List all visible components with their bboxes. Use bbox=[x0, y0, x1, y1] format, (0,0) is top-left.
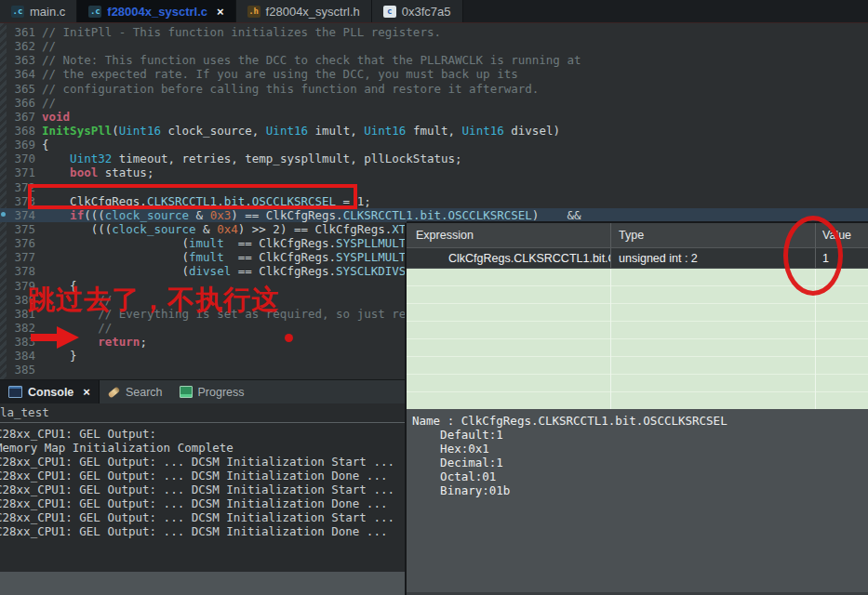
code-text: // the expected rate. If you are using t… bbox=[42, 67, 518, 81]
line-number[interactable]: 367 bbox=[7, 110, 42, 124]
line-number[interactable]: 382 bbox=[7, 321, 42, 335]
tab-label: Progress bbox=[198, 386, 245, 399]
line-number[interactable]: 383 bbox=[7, 335, 42, 349]
tab-f28004x-sysctrl-h[interactable]: .h f28004x_sysctrl.h bbox=[236, 0, 372, 22]
expression-detail-pane: Name : ClkCfgRegs.CLKSRCCTL1.bit.OSCCLKS… bbox=[407, 409, 868, 592]
line-number[interactable]: 375 bbox=[7, 222, 42, 236]
detail-line: Binary:01b bbox=[412, 483, 868, 497]
line-number[interactable]: 376 bbox=[7, 236, 42, 250]
tab-0x3fc7a5[interactable]: c 0x3fc7a5 bbox=[372, 0, 463, 22]
column-header-expression[interactable]: Expression bbox=[407, 223, 611, 247]
code-line-364: 364// the expected rate. If you are usin… bbox=[0, 67, 868, 81]
code-text: // Note: This function uses the DCC to c… bbox=[42, 53, 581, 67]
line-number[interactable]: 379 bbox=[7, 279, 42, 293]
close-icon[interactable]: × bbox=[83, 385, 90, 399]
line-number[interactable]: 373 bbox=[7, 194, 42, 208]
line-number[interactable]: 369 bbox=[7, 138, 42, 152]
line-number[interactable]: 380 bbox=[7, 293, 42, 307]
code-text: InitSysPll(Uint16 clock_source, Uint16 i… bbox=[42, 124, 560, 138]
line-number[interactable]: 363 bbox=[7, 53, 42, 67]
console-line: C28xx_CPU1: GEL Output: ... DCSM Initial… bbox=[0, 469, 407, 483]
line-number[interactable]: 374 bbox=[7, 208, 42, 222]
line-number[interactable]: 381 bbox=[7, 307, 42, 321]
editor-tab-bar: .c main.c .c f28004x_sysctrl.c × .h f280… bbox=[0, 0, 868, 23]
code-line-372: 372 bbox=[0, 180, 868, 194]
tab-label: f28004x_sysctrl.c bbox=[107, 5, 207, 19]
code-text: ClkCfgRegs.CLKSRCCTL1.bit.OSCCLKSRCSEL =… bbox=[42, 194, 371, 208]
detail-line: Default:1 bbox=[412, 428, 868, 442]
line-number[interactable]: 378 bbox=[7, 264, 42, 278]
column-header-value[interactable]: Value bbox=[816, 223, 868, 247]
code-text: // bbox=[42, 96, 56, 110]
h-file-icon: .h bbox=[247, 6, 260, 18]
tab-main-c[interactable]: .c main.c bbox=[0, 0, 77, 22]
expressions-empty-area[interactable] bbox=[407, 269, 868, 409]
line-number[interactable]: 368 bbox=[7, 124, 42, 138]
column-header-type[interactable]: Type bbox=[611, 223, 816, 247]
code-line-362: 362// bbox=[0, 39, 868, 53]
code-line-367: 367void bbox=[0, 110, 868, 124]
line-number[interactable]: 365 bbox=[7, 82, 42, 96]
code-line-361: 361// InitPll - This function initialize… bbox=[0, 25, 868, 39]
expression-type: unsigned int : 2 bbox=[611, 248, 816, 268]
code-text: // bbox=[42, 321, 112, 335]
code-text: (imult == ClkCfgRegs.SYSPLLMULT.bit. bbox=[42, 236, 441, 250]
code-text: // bbox=[42, 293, 112, 307]
console-output[interactable]: la_test C28xx_CPU1: GEL Output: Memory M… bbox=[0, 403, 407, 572]
line-number[interactable]: 362 bbox=[7, 39, 42, 53]
code-line-374: 374 if(((clock_source & 0x3) == ClkCfgRe… bbox=[0, 208, 868, 222]
expressions-header-row: Expression Type Value bbox=[407, 223, 868, 248]
tab-label: Search bbox=[126, 386, 163, 399]
expression-value: 1 bbox=[816, 248, 868, 268]
line-number[interactable]: 371 bbox=[7, 165, 42, 179]
console-tab-bar: Console × Search Progress bbox=[0, 379, 407, 404]
code-text: return; bbox=[42, 335, 147, 349]
code-text: { bbox=[42, 138, 49, 152]
expression-cell: ClkCfgRegs.CLKSRCCTL1.bit.OSC bbox=[407, 248, 611, 268]
console-line: C28xx_CPU1: GEL Output: ... DCSM Initial… bbox=[0, 483, 407, 496]
code-line-373: 373 ClkCfgRegs.CLKSRCCTL1.bit.OSCCLKSRCS… bbox=[0, 194, 868, 208]
line-number[interactable]: 366 bbox=[7, 96, 42, 110]
tab-label: Console bbox=[28, 386, 73, 399]
tab-label: 0x3fc7a5 bbox=[402, 5, 451, 19]
console-launch-title: la_test bbox=[0, 403, 407, 423]
tab-console[interactable]: Console × bbox=[0, 380, 100, 403]
tab-progress[interactable]: Progress bbox=[171, 380, 253, 403]
code-text: // InitPll - This function initializes t… bbox=[42, 25, 441, 39]
tab-f28004x-sysctrl-c[interactable]: .c f28004x_sysctrl.c × bbox=[77, 0, 235, 22]
code-text: // configuration before calling this fun… bbox=[42, 82, 539, 96]
search-icon bbox=[107, 386, 120, 398]
column-separator bbox=[815, 269, 816, 409]
code-text: bool status; bbox=[42, 165, 154, 179]
line-number[interactable]: 361 bbox=[7, 25, 42, 39]
line-number[interactable]: 372 bbox=[7, 180, 42, 194]
line-number[interactable]: 385 bbox=[7, 363, 42, 377]
expression-name: ClkCfgRegs.CLKSRCCTL1.bit.OSC bbox=[448, 252, 611, 265]
line-number[interactable]: 377 bbox=[7, 250, 42, 264]
line-number[interactable]: 370 bbox=[7, 152, 42, 165]
expression-row[interactable]: ClkCfgRegs.CLKSRCCTL1.bit.OSC unsigned i… bbox=[407, 248, 868, 269]
code-text: { bbox=[42, 279, 77, 293]
close-icon[interactable]: × bbox=[217, 5, 224, 19]
c-file-icon: c bbox=[383, 6, 396, 18]
status-strip bbox=[0, 572, 407, 595]
code-text: Uint32 timeout, retries, temp_syspllmult… bbox=[42, 152, 462, 165]
code-text: } bbox=[42, 349, 77, 363]
tab-label: f28004x_sysctrl.h bbox=[266, 5, 360, 19]
code-text: // Everything is set as required, so jus… bbox=[42, 307, 434, 321]
code-text: (((clock_source & 0x4) >> 2) == ClkCfgRe… bbox=[42, 222, 448, 236]
tab-search[interactable]: Search bbox=[100, 380, 171, 403]
code-line-363: 363// Note: This function uses the DCC t… bbox=[0, 53, 868, 67]
column-separator bbox=[610, 269, 611, 409]
code-line-365: 365// configuration before calling this … bbox=[0, 82, 868, 96]
console-line: C28xx_CPU1: GEL Output: bbox=[0, 427, 407, 441]
code-line-369: 369{ bbox=[0, 138, 868, 152]
code-text: if(((clock_source & 0x3) == ClkCfgRegs.C… bbox=[42, 208, 581, 222]
console-lines: C28xx_CPU1: GEL Output: Memory Map Initi… bbox=[0, 423, 407, 538]
instruction-pointer-marker-icon bbox=[1, 212, 6, 217]
tab-label: main.c bbox=[30, 5, 65, 19]
line-number[interactable]: 364 bbox=[7, 67, 42, 81]
console-icon bbox=[8, 386, 22, 398]
line-number[interactable]: 384 bbox=[7, 349, 42, 363]
expressions-panel: Expression Type Value ClkCfgRegs.CLKSRCC… bbox=[407, 221, 868, 595]
